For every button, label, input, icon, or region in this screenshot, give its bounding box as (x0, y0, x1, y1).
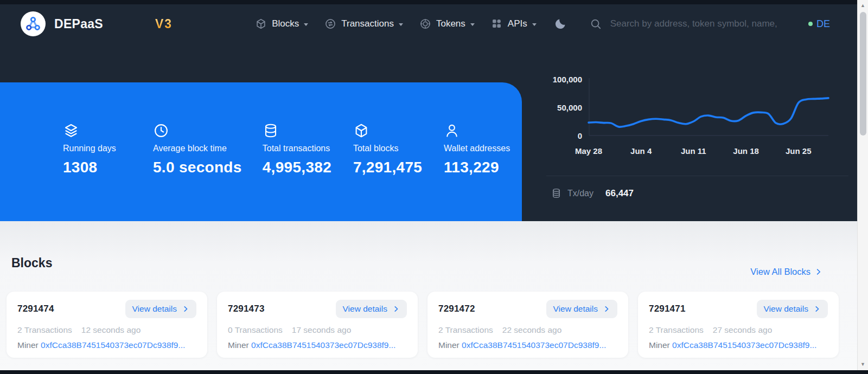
x-tick-label: Jun 18 (733, 146, 759, 156)
chevron-right-icon (814, 268, 822, 276)
view-details-button[interactable]: View details (546, 300, 617, 318)
chevron-down-icon (470, 23, 475, 26)
brand-logo[interactable] (21, 11, 46, 36)
y-tick-label: 0 (578, 131, 582, 140)
nav-item-blocks[interactable]: Blocks (255, 18, 308, 30)
tokens-icon (419, 18, 431, 30)
block-card: 7291471 View details 2 Transactions 27 s… (638, 292, 839, 358)
block-transactions-count: 2 Transactions (17, 325, 72, 335)
view-details-button[interactable]: View details (757, 300, 828, 318)
stats-panel: Running days 1308 Average block time 5.0… (0, 82, 522, 221)
clock-icon (153, 122, 169, 139)
miner-address-link[interactable]: 0xfCca38B7451540373ec07Dc938f9... (462, 340, 606, 350)
search-icon (590, 18, 602, 30)
nav-label: Transactions (341, 18, 394, 29)
block-transactions-count: 0 Transactions (228, 325, 283, 335)
search-box (590, 18, 808, 30)
legend-value: 66,447 (605, 188, 634, 199)
y-tick-label: 100,000 (553, 75, 582, 84)
block-number: 7291473 (228, 304, 265, 314)
view-details-button[interactable]: View details (336, 300, 407, 318)
window-top-edge (0, 0, 857, 4)
x-tick-label: Jun 11 (681, 146, 706, 156)
block-age: 22 seconds ago (502, 325, 561, 335)
stats-row: Running days 1308 Average block time 5.0… (63, 122, 509, 176)
stat-label: Total transactions (263, 144, 328, 153)
block-explorer-page: DEPaaS V3 Blocks Transactions (0, 0, 868, 374)
brand-name: DEPaaS (54, 17, 103, 31)
nav-label: Tokens (436, 18, 465, 29)
chart-x-axis: May 28Jun 4Jun 11Jun 18Jun 25 (589, 146, 828, 159)
brand-version-badge: V3 (155, 17, 173, 31)
miner-address-link[interactable]: 0xfCca38B7451540373ec07Dc938f9... (41, 340, 185, 350)
block-age: 12 seconds ago (81, 325, 141, 335)
stat-total-transactions: Total transactions 4,995,382 (263, 122, 328, 176)
view-all-label: View All Blocks (750, 267, 810, 277)
chevron-down-icon (304, 23, 308, 26)
chevron-down-icon (532, 23, 537, 26)
chart-legend: Tx/day 66,447 (551, 188, 856, 199)
nav-item-apis[interactable]: APIs (491, 18, 537, 30)
chevron-right-icon (392, 305, 400, 313)
block-cards-row: 7291474 View details 2 Transactions 12 s… (7, 292, 839, 358)
window-bottom-edge (0, 370, 868, 374)
stat-total-blocks: Total blocks 7,291,475 (353, 122, 419, 176)
stat-wallet-addresses: Wallet addresses 113,229 (444, 122, 509, 176)
stat-label: Total blocks (353, 144, 419, 153)
x-tick-label: May 28 (575, 146, 602, 156)
chevron-right-icon (813, 305, 821, 313)
block-number: 7291471 (649, 304, 686, 314)
view-details-label: View details (764, 304, 808, 314)
block-number: 7291474 (17, 304, 54, 314)
block-card: 7291472 View details 2 Transactions 22 s… (427, 292, 628, 358)
moon-icon (554, 17, 567, 30)
stat-label: Running days (63, 144, 128, 153)
stat-value: 5.0 seconds (153, 159, 238, 176)
x-tick-label: Jun 25 (786, 146, 812, 156)
scrollbar-track[interactable]: ▲ ▼ (857, 0, 868, 370)
nav-item-transactions[interactable]: Transactions (324, 18, 403, 30)
scrollbar-thumb[interactable] (860, 12, 866, 136)
x-tick-label: Jun 4 (630, 146, 652, 156)
view-all-blocks-link[interactable]: View All Blocks (750, 267, 822, 277)
block-transactions-count: 2 Transactions (438, 325, 493, 335)
stat-label: Wallet addresses (444, 144, 509, 153)
miner-address-link[interactable]: 0xfCca38B7451540373ec07Dc938f9... (672, 340, 816, 350)
network-selector[interactable]: DE (808, 18, 830, 30)
view-details-label: View details (343, 304, 387, 314)
stat-value: 7,291,475 (353, 159, 419, 176)
stat-value: 1308 (63, 159, 128, 176)
block-transactions-count: 2 Transactions (649, 325, 704, 335)
scrollbar-down-button[interactable]: ▼ (858, 362, 868, 367)
block-age: 27 seconds ago (713, 325, 772, 335)
scrollbar-up-button[interactable]: ▲ (858, 3, 868, 8)
stat-label: Average block time (153, 144, 238, 153)
view-details-button[interactable]: View details (125, 300, 196, 318)
chevron-right-icon (182, 305, 189, 313)
block-age: 17 seconds ago (292, 325, 351, 335)
miner-address-link[interactable]: 0xfCca38B7451540373ec07Dc938f9... (251, 340, 395, 350)
tx-per-day-chart: 100,00050,0000 May 28Jun 4Jun 11Jun 18Ju… (539, 76, 856, 199)
blocks-icon (255, 18, 267, 30)
coins-icon (551, 188, 562, 199)
transactions-icon (324, 18, 336, 30)
database-icon (263, 122, 279, 139)
apis-grid-icon (491, 18, 503, 30)
network-status-dot (808, 22, 813, 26)
nav-label: APIs (508, 18, 527, 29)
stat-average-block-time: Average block time 5.0 seconds (153, 122, 238, 176)
nav-label: Blocks (272, 18, 299, 29)
block-card: 7291474 View details 2 Transactions 12 s… (7, 292, 207, 358)
chevron-right-icon (603, 305, 610, 313)
person-icon (444, 122, 460, 139)
cube-icon (353, 122, 369, 139)
y-tick-label: 50,000 (557, 103, 582, 112)
blocks-section: Blocks View All Blocks 7291474 View deta… (0, 221, 857, 370)
chevron-down-icon (399, 23, 403, 26)
network-label: DE (816, 18, 830, 30)
search-input[interactable] (610, 18, 778, 29)
dark-mode-toggle[interactable] (554, 17, 567, 30)
stat-value: 113,229 (444, 159, 509, 176)
miner-label: Miner (438, 340, 459, 350)
nav-item-tokens[interactable]: Tokens (419, 18, 475, 30)
